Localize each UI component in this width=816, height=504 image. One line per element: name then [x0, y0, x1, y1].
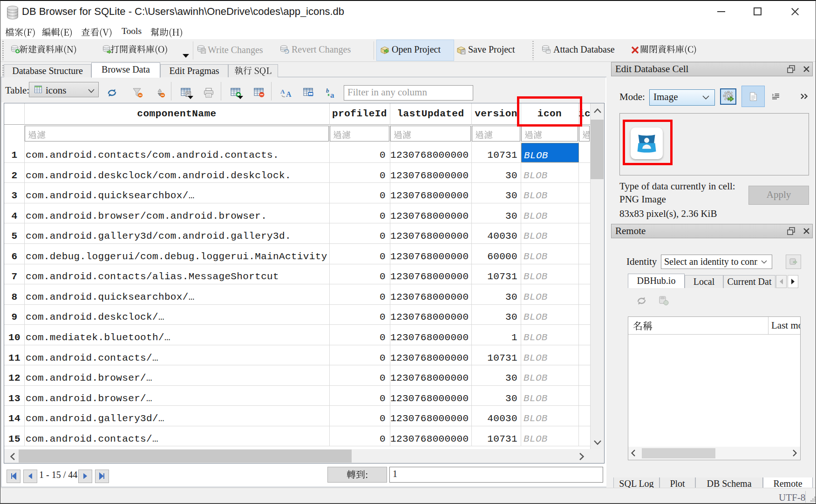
svg-text:A: A — [286, 90, 292, 98]
svg-text:A: A — [280, 88, 285, 95]
svg-text:a: a — [330, 91, 334, 99]
svg-text:b: b — [326, 87, 329, 94]
